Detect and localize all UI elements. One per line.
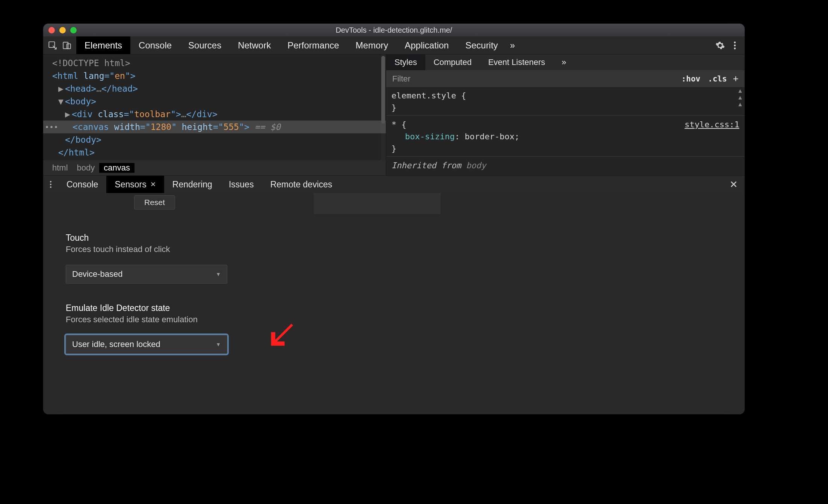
new-style-rule-button[interactable]: +	[731, 73, 741, 85]
styles-tabs: StylesComputedEvent Listeners»	[386, 54, 745, 70]
styles-tab-computed[interactable]: Computed	[425, 54, 480, 70]
dom-row[interactable]: <html lang="en">	[43, 69, 386, 82]
idle-title: Emulate Idle Detector state	[66, 303, 745, 313]
dom-row[interactable]: ▶<head>…</head>	[43, 82, 386, 95]
svg-point-6	[50, 181, 51, 183]
breadcrumb-canvas[interactable]: canvas	[99, 163, 134, 173]
styles-tab-event-listeners[interactable]: Event Listeners	[480, 54, 553, 70]
main-tab-sources[interactable]: Sources	[180, 36, 230, 54]
drawer-tab-sensors[interactable]: Sensors✕	[106, 176, 164, 193]
main-tab-console[interactable]: Console	[130, 36, 180, 54]
device-toggle-icon[interactable]	[62, 41, 72, 50]
main-tab-performance[interactable]: Performance	[279, 36, 347, 54]
rule-element-style[interactable]: element.style {	[391, 90, 739, 102]
kebab-menu-icon[interactable]	[733, 41, 736, 50]
main-toolbar: ElementsConsoleSourcesNetworkPerformance…	[43, 36, 745, 54]
elements-pane: <!DOCTYPE html><html lang="en">▶<head>…<…	[43, 54, 386, 175]
rule-universal[interactable]: * { style.css:1	[391, 119, 739, 131]
dom-row[interactable]: <!DOCTYPE html>	[43, 57, 386, 69]
row-actions-icon[interactable]: •••	[45, 121, 58, 133]
styles-tabs-overflow[interactable]: »	[553, 54, 574, 70]
chevron-down-icon: ▼	[216, 341, 221, 347]
styles-pane: StylesComputedEvent Listeners» Filter :h…	[386, 54, 745, 175]
svg-point-4	[734, 44, 736, 46]
rule-prop-row[interactable]: box-sizing: border-box;	[391, 131, 739, 143]
hov-toggle[interactable]: :hov	[678, 74, 704, 83]
main-tabs-overflow[interactable]: »	[506, 36, 518, 54]
drawer-close-button[interactable]: ✕	[723, 176, 745, 193]
window-title: DevTools - idle-detection.glitch.me/	[43, 26, 745, 35]
svg-point-7	[50, 184, 51, 185]
sensors-panel: Reset Touch Forces touch instead of clic…	[43, 193, 745, 414]
breadcrumb-html[interactable]: html	[48, 163, 73, 173]
idle-dropdown[interactable]: User idle, screen locked ▼	[66, 335, 227, 354]
inherited-header: Inherited from body	[391, 160, 739, 172]
dom-row[interactable]: </html>	[43, 146, 386, 159]
toolbar-right-icons	[715, 36, 745, 54]
drawer-tab-console[interactable]: Console	[58, 176, 106, 193]
toolbar-left-icons	[43, 36, 76, 54]
breadcrumb: htmlbodycanvas	[43, 160, 386, 175]
svg-point-8	[50, 186, 51, 188]
drawer-tab-issues[interactable]: Issues	[221, 176, 262, 193]
chevron-down-icon: ▼	[216, 271, 221, 277]
dom-row[interactable]: ▼<body>	[43, 95, 386, 108]
drawer-kebab-icon[interactable]	[43, 176, 58, 193]
devtools-window: DevTools - idle-detection.glitch.me/ Ele…	[43, 24, 745, 414]
styles-filter-input[interactable]: Filter	[390, 74, 678, 84]
breadcrumb-body[interactable]: body	[73, 163, 100, 173]
expand-toggle-icon[interactable]: ▼	[58, 95, 63, 108]
main-tab-elements[interactable]: Elements	[76, 36, 130, 54]
touch-desc: Forces touch instead of click	[66, 244, 745, 254]
drawer-tab-rendering[interactable]: Rendering	[164, 176, 221, 193]
rule-source-link[interactable]: style.css:1	[684, 119, 739, 131]
elements-split: <!DOCTYPE html><html lang="en">▶<head>…<…	[43, 54, 745, 175]
orientation-preview-placeholder	[314, 193, 441, 214]
svg-rect-2	[67, 44, 71, 48]
svg-point-3	[734, 41, 736, 43]
touch-title: Touch	[66, 233, 745, 243]
reset-button[interactable]: Reset	[134, 195, 175, 210]
drawer: ConsoleSensors✕RenderingIssuesRemote dev…	[43, 175, 745, 414]
styles-scroll-indicator: ▲▲▲	[737, 88, 743, 108]
dom-tree[interactable]: <!DOCTYPE html><html lang="en">▶<head>…<…	[43, 54, 386, 159]
styles-filter-row: Filter :hov .cls +	[386, 70, 745, 88]
dom-row[interactable]: </body>	[43, 133, 386, 146]
expand-toggle-icon[interactable]: ▶	[58, 82, 63, 95]
elements-scrollbar[interactable]	[381, 54, 386, 160]
main-tab-memory[interactable]: Memory	[348, 36, 397, 54]
drawer-tabs: ConsoleSensors✕RenderingIssuesRemote dev…	[43, 176, 745, 193]
main-tab-network[interactable]: Network	[230, 36, 279, 54]
touch-dropdown-value: Device-based	[72, 269, 123, 279]
settings-gear-icon[interactable]	[715, 41, 725, 50]
touch-section: Touch Forces touch instead of click Devi…	[66, 233, 745, 284]
annotation-arrow-icon	[269, 320, 296, 349]
styles-rules[interactable]: element.style { } * { style.css:1 box-si…	[386, 88, 745, 174]
titlebar: DevTools - idle-detection.glitch.me/	[43, 24, 745, 36]
svg-point-5	[734, 47, 736, 49]
styles-tab-styles[interactable]: Styles	[386, 54, 425, 70]
main-tab-application[interactable]: Application	[396, 36, 457, 54]
dom-row[interactable]: ▶<div class="toolbar">…</div>	[43, 108, 386, 121]
idle-desc: Forces selected idle state emulation	[66, 315, 745, 324]
cls-toggle[interactable]: .cls	[704, 74, 731, 83]
main-tab-security[interactable]: Security	[457, 36, 506, 54]
dom-row[interactable]: •••<canvas width="1280" height="555"> ==…	[43, 121, 386, 133]
close-tab-icon[interactable]: ✕	[150, 180, 156, 189]
svg-rect-1	[63, 42, 68, 48]
rule-element-close: }	[391, 102, 739, 114]
touch-dropdown[interactable]: Device-based ▼	[66, 265, 227, 284]
idle-section: Emulate Idle Detector state Forces selec…	[66, 303, 745, 354]
rule-universal-close: }	[391, 143, 739, 155]
expand-toggle-icon[interactable]: ▶	[65, 108, 70, 121]
inspect-element-icon[interactable]	[48, 41, 57, 50]
idle-dropdown-value: User idle, screen locked	[72, 340, 160, 349]
drawer-tab-remote-devices[interactable]: Remote devices	[262, 176, 340, 193]
